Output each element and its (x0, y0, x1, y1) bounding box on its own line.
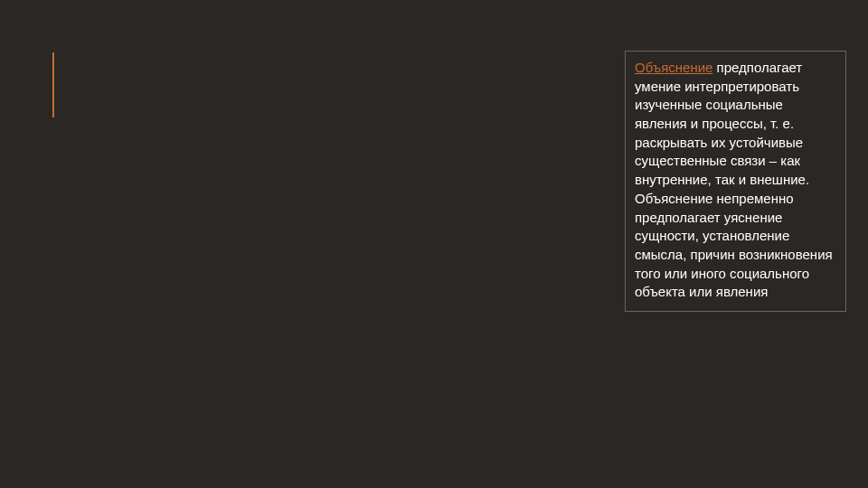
accent-vertical-line (52, 52, 54, 117)
definition-text: Объяснение предполагает умение интерпрет… (635, 59, 836, 302)
definition-text-box: Объяснение предполагает умение интерпрет… (625, 51, 846, 312)
definition-term: Объяснение (635, 60, 712, 75)
definition-body: предполагает умение интерпретировать изу… (635, 60, 833, 299)
